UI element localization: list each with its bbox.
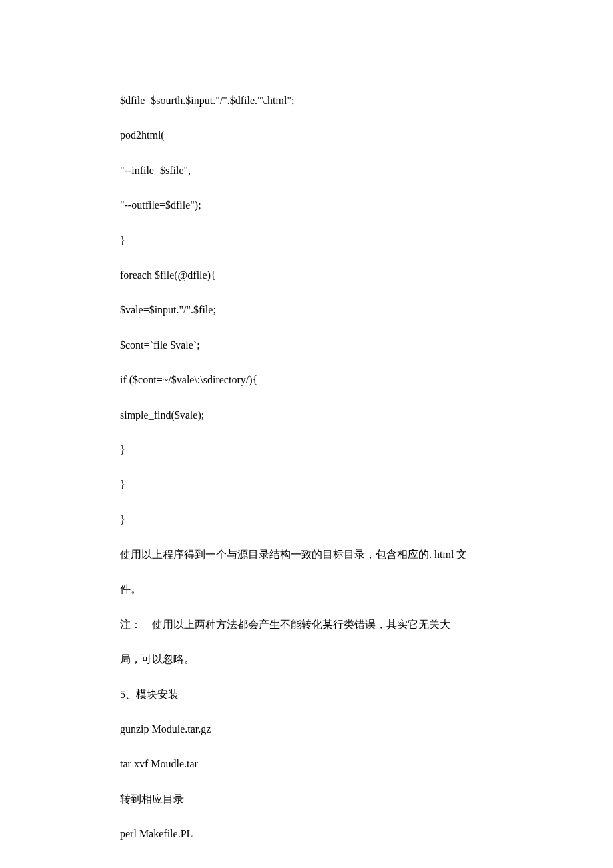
code-line: } xyxy=(120,513,493,527)
text-line: 转到相应目录 xyxy=(120,792,493,807)
code-line: } xyxy=(120,443,493,457)
text-line: 使用以上程序得到一个与源目录结构一致的目标目录，包含相应的. html 文 xyxy=(120,547,493,562)
code-line: gunzip Module.tar.gz xyxy=(120,722,493,737)
code-line: $cont=`file $vale`; xyxy=(120,338,493,353)
code-line: $vale=$input."/".$file; xyxy=(120,303,493,317)
code-line: $dfile=$sourth.$input."/".$dfile."\.html… xyxy=(120,93,493,108)
code-line: "--infile=$sfile", xyxy=(120,163,493,178)
code-line: "--outfile=$dfile"); xyxy=(120,198,493,213)
code-line: tar xvf Moudle.tar xyxy=(120,757,493,771)
code-line: pod2html( xyxy=(120,128,493,143)
text-line: 件。 xyxy=(120,582,493,597)
code-line: if ($cont=~/$vale\:\sdirectory/){ xyxy=(120,373,493,387)
code-line: } xyxy=(120,233,493,248)
text-line: 注： 使用以上两种方法都会产生不能转化某行类错误，其实它无关大 xyxy=(120,617,493,632)
code-line: } xyxy=(120,477,493,492)
code-line: foreach $file(@dfile){ xyxy=(120,268,493,283)
code-line: simple_find($vale); xyxy=(120,408,493,423)
heading-line: 5、模块安装 xyxy=(120,687,493,702)
text-line: 局，可以忽略。 xyxy=(120,652,493,667)
code-line: perl Makefile.PL xyxy=(120,827,493,841)
document-page: $dfile=$sourth.$input."/".$dfile."\.html… xyxy=(0,0,613,868)
